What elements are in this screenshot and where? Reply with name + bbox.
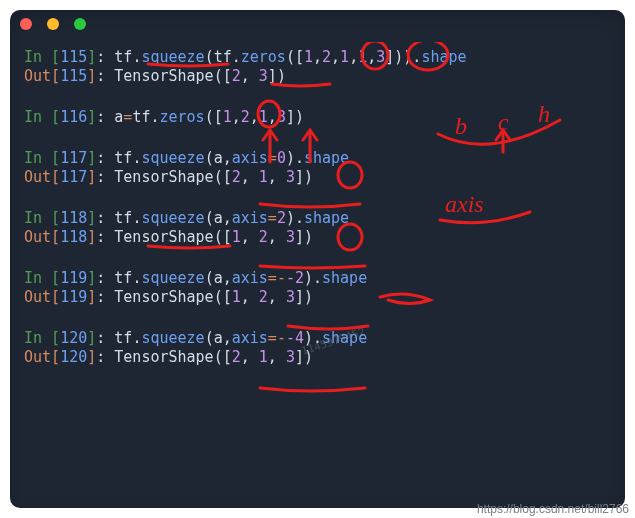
credit-label: https://blog.csdn.net/bill2766 [477,502,629,516]
cell-118-in: In [118]: tf.squeeze(a,axis=2).shape [24,209,611,228]
minimize-icon[interactable] [47,18,59,30]
window-titlebar [10,10,625,42]
close-icon[interactable] [20,18,32,30]
cell-118-out: Out[118]: TensorShape([1, 2, 3]) [24,228,611,247]
cell-115-in: In [115]: tf.squeeze(tf.zeros([1,2,1,1,3… [24,48,611,67]
code-area: In [115]: tf.squeeze(tf.zeros([1,2,1,1,3… [10,42,625,367]
cell-117: In [117]: tf.squeeze(a,axis=0).shape Out… [24,149,611,187]
cell-120: In [120]: tf.squeeze(a,axis=--4).shape O… [24,329,611,367]
terminal-window: In [115]: tf.squeeze(tf.zeros([1,2,1,1,3… [10,10,625,508]
cell-117-in: In [117]: tf.squeeze(a,axis=0).shape [24,149,611,168]
cell-119-out: Out[119]: TensorShape([1, 2, 3]) [24,288,611,307]
cell-117-out: Out[117]: TensorShape([2, 1, 3]) [24,168,611,187]
cell-119-in: In [119]: tf.squeeze(a,axis=--2).shape [24,269,611,288]
cell-116-in: In [116]: a=tf.zeros([1,2,1,3]) [24,108,611,127]
zoom-icon[interactable] [74,18,86,30]
cell-120-out: Out[120]: TensorShape([2, 1, 3]) [24,348,611,367]
cell-115-out: Out[115]: TensorShape([2, 3]) [24,67,611,86]
cell-116: In [116]: a=tf.zeros([1,2,1,3]) [24,108,611,127]
cell-115: In [115]: tf.squeeze(tf.zeros([1,2,1,1,3… [24,48,611,86]
cell-120-in: In [120]: tf.squeeze(a,axis=--4).shape [24,329,611,348]
cell-119: In [119]: tf.squeeze(a,axis=--2).shape O… [24,269,611,307]
cell-118: In [118]: tf.squeeze(a,axis=2).shape Out… [24,209,611,247]
